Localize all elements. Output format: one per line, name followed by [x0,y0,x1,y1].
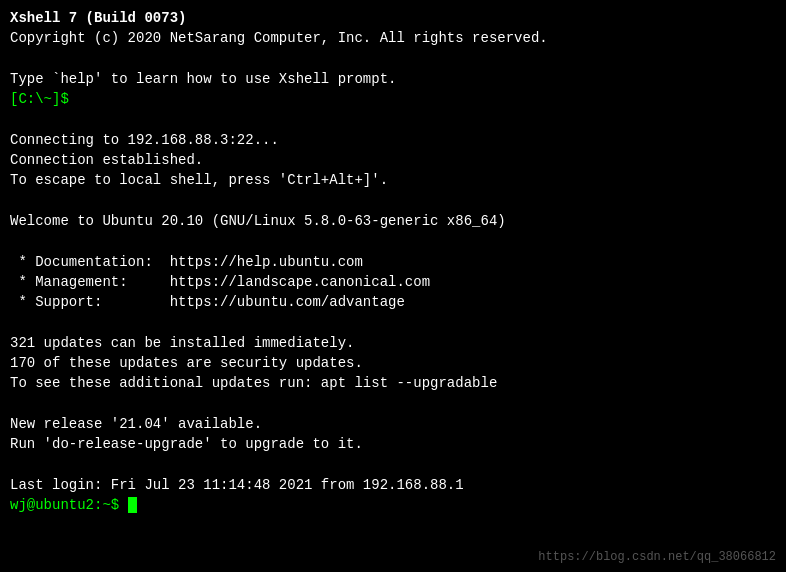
terminal-line-7: Connection established. [10,150,776,170]
terminal-line-13: * Management: https://landscape.canonica… [10,272,776,292]
terminal-line-10: Welcome to Ubuntu 20.10 (GNU/Linux 5.8.0… [10,211,776,231]
terminal-cursor [128,497,137,513]
terminal-line-empty-22 [10,455,776,475]
terminal-line-empty-15 [10,312,776,332]
watermark: https://blog.csdn.net/qq_38066812 [538,549,776,566]
terminal-line-4: [C:\~]$ [10,89,776,109]
terminal-line-1: Copyright (c) 2020 NetSarang Computer, I… [10,28,776,48]
terminal-line-empty-9 [10,191,776,211]
terminal-line-6: Connecting to 192.168.88.3:22... [10,130,776,150]
terminal-line-empty-11 [10,231,776,251]
terminal-line-14: * Support: https://ubuntu.com/advantage [10,292,776,312]
terminal-line-empty-19 [10,394,776,414]
terminal-line-3: Type `help' to learn how to use Xshell p… [10,69,776,89]
terminal-line-17: 170 of these updates are security update… [10,353,776,373]
terminal-output: Xshell 7 (Build 0073)Copyright (c) 2020 … [10,8,776,515]
terminal-window[interactable]: Xshell 7 (Build 0073)Copyright (c) 2020 … [0,0,786,572]
terminal-line-empty-2 [10,49,776,69]
terminal-line-8: To escape to local shell, press 'Ctrl+Al… [10,170,776,190]
terminal-line-12: * Documentation: https://help.ubuntu.com [10,252,776,272]
terminal-line-0: Xshell 7 (Build 0073) [10,8,776,28]
terminal-line-20: New release '21.04' available. [10,414,776,434]
terminal-line-16: 321 updates can be installed immediately… [10,333,776,353]
terminal-line-18: To see these additional updates run: apt… [10,373,776,393]
terminal-line-21: Run 'do-release-upgrade' to upgrade to i… [10,434,776,454]
terminal-line-23: Last login: Fri Jul 23 11:14:48 2021 fro… [10,475,776,495]
terminal-line-24: wj@ubuntu2:~$ [10,495,776,515]
terminal-line-empty-5 [10,109,776,129]
